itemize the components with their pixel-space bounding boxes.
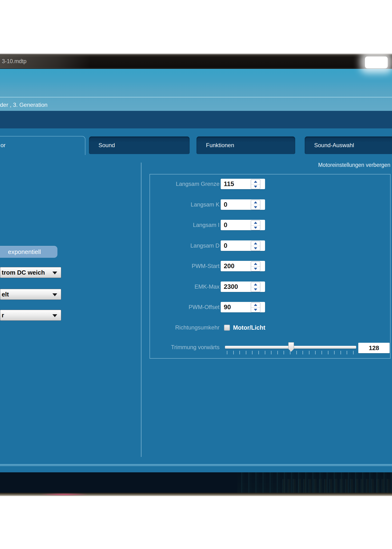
spin-up-button[interactable] — [251, 303, 260, 308]
langsam-i-input[interactable]: 0 — [221, 220, 265, 230]
window-title: 3-10.mdtp — [2, 54, 27, 69]
arrow-down-icon — [254, 309, 257, 311]
field-label: Langsam Grenze — [149, 179, 219, 189]
field-label: PWM-Offset — [149, 302, 219, 312]
slider-tick-marks — [227, 351, 354, 354]
tab-sound-label: Sound — [89, 136, 189, 154]
dropdown-value: elt — [2, 289, 9, 300]
langsam-k-input[interactable]: 0 — [221, 199, 265, 210]
spinner-control — [251, 200, 260, 210]
field-value: 115 — [224, 179, 234, 189]
pwm-offset-input[interactable]: 90 — [221, 302, 265, 312]
field-label: Langsam I — [149, 220, 219, 230]
window-titlebar: 3-10.mdtp — [0, 54, 392, 69]
app-header: der , 3. Generation — [0, 69, 392, 111]
spin-down-button[interactable] — [251, 308, 260, 312]
field-label: Richtungsumkehr — [149, 322, 219, 333]
screen-bezel-edge — [0, 493, 392, 496]
spinner-control — [251, 179, 260, 189]
arrow-up-icon — [254, 263, 257, 265]
toolbar-band — [0, 111, 392, 128]
field-value: 0 — [224, 199, 227, 210]
arrow-up-icon — [254, 222, 257, 224]
spin-down-button[interactable] — [251, 246, 260, 251]
chevron-down-icon — [52, 272, 57, 274]
app-header-title: der , 3. Generation — [0, 102, 100, 108]
arrow-up-icon — [254, 242, 257, 245]
arrow-down-icon — [254, 289, 257, 290]
field-label: EMK-Max — [149, 282, 219, 292]
status-bar-line — [0, 464, 392, 466]
chevron-down-icon — [52, 314, 57, 317]
tab-funktionen-label: Funktionen — [196, 136, 295, 154]
arrow-up-icon — [254, 201, 257, 204]
tab-sound-auswahl-label: Sound-Auswahl — [305, 136, 392, 154]
arrow-down-icon — [254, 247, 257, 249]
spin-up-button[interactable] — [251, 241, 260, 246]
field-label: PWM-Start — [149, 261, 219, 271]
field-value: 0 — [224, 240, 227, 251]
header-divider-line — [0, 97, 392, 98]
field-value: 200 — [224, 261, 234, 271]
section-divider — [141, 162, 141, 457]
arrow-down-icon — [254, 268, 257, 270]
forest-silhouette — [280, 479, 392, 493]
arrow-down-icon — [254, 206, 257, 208]
dropdown-value: trom DC weich — [2, 267, 45, 278]
field-label: Langsam K — [149, 199, 219, 210]
bremsstrom-dropdown[interactable]: trom DC weich — [0, 267, 61, 278]
richtungsumkehr-checkbox[interactable] — [224, 325, 230, 331]
exponentiell-button[interactable]: exponentiell — [0, 246, 57, 258]
checkbox-label: Motor/Licht — [233, 322, 265, 333]
spin-up-button[interactable] — [251, 179, 260, 184]
arrow-down-icon — [254, 227, 257, 229]
arrow-up-icon — [254, 304, 257, 306]
spinner-control — [251, 282, 260, 292]
spin-down-button[interactable] — [251, 205, 260, 210]
emk-max-input[interactable]: 2300 — [221, 282, 265, 292]
photo-page: 3-10.mdtp der , 3. Generation or Sound F… — [0, 0, 392, 549]
spin-up-button[interactable] — [251, 220, 260, 225]
spin-down-button[interactable] — [251, 225, 260, 230]
spin-down-button[interactable] — [251, 287, 260, 292]
titlebar-highlight-icon — [365, 56, 388, 68]
application-window: 3-10.mdtp der , 3. Generation or Sound F… — [0, 54, 392, 496]
spin-up-button[interactable] — [251, 282, 260, 287]
tab-funktionen[interactable]: Funktionen — [196, 136, 295, 154]
field-value: 0 — [224, 220, 227, 230]
tab-sound-auswahl[interactable]: Sound-Auswahl — [305, 136, 392, 154]
field-value: 90 — [224, 302, 231, 312]
regelung-dropdown[interactable]: elt — [0, 289, 61, 300]
langsam-grenze-input[interactable]: 115 — [221, 179, 265, 189]
langsam-d-input[interactable]: 0 — [221, 240, 265, 251]
spin-down-button[interactable] — [251, 267, 260, 271]
arrow-up-icon — [254, 283, 257, 286]
spinner-control — [251, 220, 260, 230]
field-label: Trimmung vorwärts — [149, 342, 219, 352]
tab-bar: or Sound Funktionen Sound-Auswahl — [0, 128, 392, 155]
spinner-control — [251, 261, 260, 271]
spinner-control — [251, 303, 260, 312]
desktop-wallpaper-strip — [0, 472, 392, 493]
tab-sound[interactable]: Sound — [89, 136, 189, 154]
bezel-reflection — [40, 493, 88, 496]
tab-motor-label: or — [0, 136, 85, 154]
chevron-down-icon — [52, 293, 57, 296]
field-label: Langsam D — [149, 240, 219, 251]
arrow-down-icon — [254, 186, 257, 188]
spin-up-button[interactable] — [251, 200, 260, 205]
arrow-up-icon — [254, 181, 257, 183]
motortyp-dropdown[interactable]: r — [0, 310, 61, 321]
spinner-control — [251, 241, 260, 251]
pwm-start-input[interactable]: 200 — [221, 261, 265, 271]
hide-motor-settings-link[interactable]: Motoreinstellungen verbergen — [318, 162, 390, 168]
trimmung-value-input[interactable]: 128 — [358, 343, 390, 353]
spin-down-button[interactable] — [251, 184, 260, 189]
tab-motor[interactable]: or — [0, 136, 85, 155]
dropdown-value: r — [2, 310, 4, 320]
spin-up-button[interactable] — [251, 261, 260, 267]
field-value: 2300 — [224, 282, 238, 292]
